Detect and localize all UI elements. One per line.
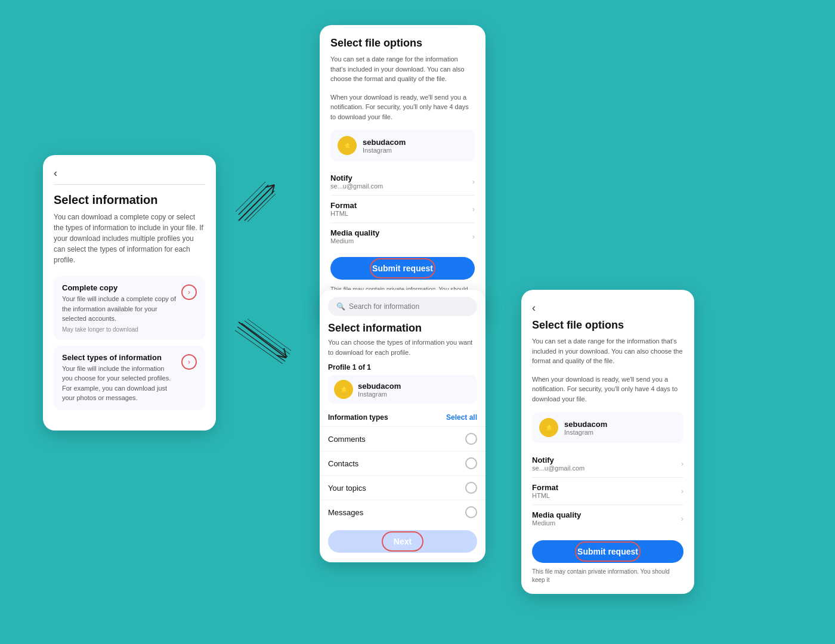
card4-privacy-note: This file may contain private informatio… bbox=[532, 568, 684, 584]
next-button[interactable]: Next bbox=[328, 530, 477, 553]
select-all-button[interactable]: Select all bbox=[446, 413, 477, 422]
search-icon: 🔍 bbox=[336, 302, 345, 311]
card2-title: Select file options bbox=[330, 37, 475, 49]
svg-line-1 bbox=[245, 191, 274, 221]
card3-account-platform: Instagram bbox=[358, 391, 401, 398]
card2-format-row[interactable]: Format HTML › bbox=[330, 196, 475, 223]
svg-line-0 bbox=[242, 188, 271, 218]
select-types-option[interactable]: Select types of information Your file wi… bbox=[54, 346, 205, 410]
back-button-card1[interactable]: ‹ bbox=[54, 167, 205, 179]
card-select-info-bottom: 🔍 Select information You can choose the … bbox=[320, 290, 485, 562]
select-types-chevron: › bbox=[181, 354, 197, 370]
card3-title: Select information bbox=[320, 322, 485, 335]
card4-format-row[interactable]: Format HTML › bbox=[532, 478, 684, 505]
card1-description: You can download a complete copy or sele… bbox=[54, 212, 205, 265]
info-item-your-topics[interactable]: Your topics bbox=[320, 475, 485, 500]
card2-format-value: HTML bbox=[330, 210, 357, 217]
card4-format-value: HTML bbox=[532, 492, 558, 499]
info-item-comments[interactable]: Comments bbox=[320, 426, 485, 451]
card2-account-name: sebudacom bbox=[363, 138, 406, 147]
card2-avatar: 🌟 bbox=[338, 136, 357, 155]
card4-account-platform: Instagram bbox=[564, 429, 607, 436]
card2-media-row[interactable]: Media quality Medium › bbox=[330, 223, 475, 250]
back-button-card4[interactable]: ‹ bbox=[532, 302, 684, 314]
arrow-bottom-decoration bbox=[233, 316, 298, 370]
card2-format-chevron: › bbox=[472, 205, 475, 213]
info-item-contacts[interactable]: Contacts bbox=[320, 451, 485, 475]
contacts-label: Contacts bbox=[328, 459, 358, 468]
svg-line-6 bbox=[237, 327, 285, 361]
card4-desc1: You can set a date range for the informa… bbox=[532, 336, 684, 366]
contacts-radio[interactable] bbox=[465, 457, 477, 469]
info-types-header: Information types Select all bbox=[320, 408, 485, 426]
card-select-information: ‹ Select information You can download a … bbox=[43, 155, 216, 431]
complete-copy-title: Complete copy bbox=[62, 283, 177, 292]
card3-search-bar[interactable]: 🔍 bbox=[328, 297, 477, 316]
complete-copy-note: May take longer to download bbox=[62, 326, 177, 333]
your-topics-label: Your topics bbox=[328, 484, 366, 493]
svg-line-4 bbox=[236, 182, 265, 212]
card2-media-chevron: › bbox=[472, 232, 475, 241]
complete-copy-option[interactable]: Complete copy Your file will include a c… bbox=[54, 276, 205, 340]
your-topics-radio[interactable] bbox=[465, 482, 477, 494]
card2-format-label: Format bbox=[330, 201, 357, 210]
card4-media-value: Medium bbox=[532, 519, 581, 527]
card4-notify-row[interactable]: Notify se...u@gmail.com › bbox=[532, 450, 684, 478]
messages-radio[interactable] bbox=[465, 506, 477, 518]
info-item-messages[interactable]: Messages bbox=[320, 500, 485, 524]
card4-account-box: 🌟 sebudacom Instagram bbox=[532, 412, 684, 443]
card4-desc2: When your download is ready, we'll send … bbox=[532, 374, 684, 404]
card4-format-label: Format bbox=[532, 483, 558, 492]
profile-header: Profile 1 of 1 🌟 sebudacom Instagram bbox=[320, 363, 485, 404]
profile-of-label: Profile 1 of 1 bbox=[328, 363, 477, 371]
select-types-sub: Your file will include the information y… bbox=[62, 364, 177, 403]
svg-line-8 bbox=[235, 330, 283, 364]
card-file-options-bottom: ‹ Select file options You can set a date… bbox=[521, 290, 694, 594]
complete-copy-sub: Your file will include a complete copy o… bbox=[62, 294, 177, 324]
info-types-label: Information types bbox=[328, 413, 388, 422]
card2-notify-label: Notify bbox=[330, 174, 383, 182]
svg-line-9 bbox=[248, 319, 291, 351]
card2-account-platform: Instagram bbox=[363, 147, 406, 154]
card-file-options-top: Select file options You can set a date r… bbox=[320, 25, 485, 320]
card3-account-box: 🌟 sebudacom Instagram bbox=[328, 375, 477, 404]
search-input[interactable] bbox=[349, 302, 469, 311]
messages-label: Messages bbox=[328, 508, 363, 517]
card4-account-name: sebudacom bbox=[564, 420, 607, 429]
card1-title: Select information bbox=[54, 193, 205, 207]
comments-radio[interactable] bbox=[465, 433, 477, 445]
card2-notify-row[interactable]: Notify se...u@gmail.com › bbox=[330, 168, 475, 196]
card4-media-chevron: › bbox=[681, 514, 684, 523]
card4-notify-chevron: › bbox=[681, 459, 684, 468]
card4-media-row[interactable]: Media quality Medium › bbox=[532, 505, 684, 532]
card4-notify-value: se...u@gmail.com bbox=[532, 465, 584, 472]
complete-copy-chevron: › bbox=[181, 284, 197, 300]
card2-notify-value: se...u@gmail.com bbox=[330, 182, 383, 190]
card2-desc1: You can set a date range for the informa… bbox=[330, 54, 475, 84]
card2-notify-chevron: › bbox=[472, 177, 475, 186]
select-types-title: Select types of information bbox=[62, 353, 177, 362]
svg-line-7 bbox=[245, 321, 290, 354]
card2-account-box: 🌟 sebudacom Instagram bbox=[330, 130, 475, 161]
comments-label: Comments bbox=[328, 435, 366, 444]
card2-submit-button[interactable]: Submit request bbox=[330, 257, 475, 280]
svg-line-2 bbox=[239, 185, 268, 215]
arrow-top-decoration bbox=[233, 179, 292, 227]
card2-media-label: Media quality bbox=[330, 228, 379, 237]
card4-avatar: 🌟 bbox=[539, 418, 558, 437]
card3-avatar: 🌟 bbox=[334, 380, 353, 399]
card4-notify-label: Notify bbox=[532, 456, 584, 465]
svg-line-5 bbox=[242, 323, 287, 357]
next-btn-wrapper: Next bbox=[320, 524, 485, 553]
card3-description: You can choose the types of information … bbox=[320, 338, 485, 357]
card2-desc2: When your download is ready, we'll send … bbox=[330, 92, 475, 122]
card4-format-chevron: › bbox=[681, 487, 684, 496]
card4-title: Select file options bbox=[532, 319, 684, 332]
card2-media-value: Medium bbox=[330, 237, 379, 244]
card4-submit-button[interactable]: Submit request bbox=[532, 540, 684, 563]
card4-media-label: Media quality bbox=[532, 510, 581, 519]
svg-line-3 bbox=[248, 194, 276, 222]
card3-account-name: sebudacom bbox=[358, 382, 401, 391]
